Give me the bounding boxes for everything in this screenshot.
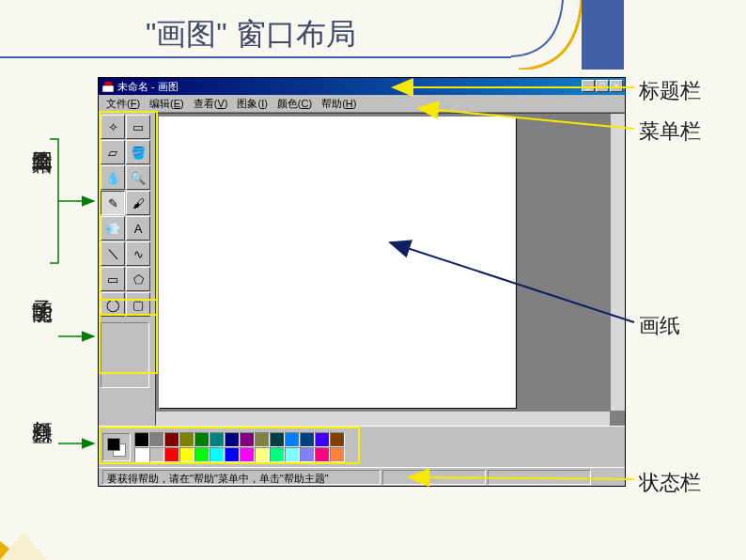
- canvas[interactable]: [159, 117, 516, 408]
- window-title: 未命名 - 画图: [117, 80, 179, 94]
- decoration-curve: [511, 0, 624, 70]
- titlebar[interactable]: 未命名 - 画图 _ □ ×: [99, 78, 625, 95]
- scrollbar-vertical[interactable]: [610, 114, 625, 411]
- label-canvas: 画纸: [639, 312, 680, 340]
- menu-e[interactable]: 编辑(E): [146, 96, 188, 112]
- slide-title: "画图" 窗口布局: [146, 14, 356, 55]
- app-icon: [101, 80, 115, 93]
- label-menubar: 菜单栏: [639, 117, 701, 146]
- statusbar: 要获得帮助，请在"帮助"菜单中，单击"帮助主题": [99, 467, 625, 486]
- scrollbar-horizontal[interactable]: [156, 411, 610, 426]
- menu-h[interactable]: 帮助(H): [318, 96, 360, 112]
- highlight-toolbox: [99, 111, 158, 316]
- svg-rect-2: [104, 82, 112, 86]
- menu-c[interactable]: 颜色(C): [273, 96, 316, 112]
- svg-rect-0: [582, 0, 624, 70]
- highlight-subarea: [99, 299, 158, 374]
- menubar: 文件(F)编辑(E)查看(V)图象(I)颜色(C)帮助(H): [99, 95, 625, 113]
- svg-rect-1: [102, 86, 114, 92]
- label-toolbox: 绘图工具箱: [28, 134, 56, 139]
- decoration-line: [0, 56, 511, 58]
- close-button[interactable]: ×: [610, 80, 623, 92]
- canvas-area: [155, 113, 625, 426]
- client-area: ✧▭▱🪣💧🔍✎🖌💨A＼∿▭⬠◯▢: [99, 113, 625, 426]
- menu-f[interactable]: 文件(F): [102, 96, 144, 112]
- label-subarea: 子功能区: [28, 284, 56, 288]
- svg-marker-10: [0, 532, 47, 560]
- status-size: [488, 470, 591, 485]
- label-palette: 颜料盒: [28, 404, 56, 407]
- status-coords: [382, 470, 486, 485]
- status-text: 要获得帮助，请在"帮助"菜单中，单击"帮助主题": [102, 470, 381, 485]
- corner-decoration: [0, 522, 56, 560]
- highlight-palette: [99, 427, 360, 464]
- paint-window: 未命名 - 画图 _ □ × 文件(F)编辑(E)查看(V)图象(I)颜色(C)…: [98, 77, 626, 487]
- label-statusbar: 状态栏: [639, 469, 701, 497]
- label-titlebar: 标题栏: [639, 77, 701, 105]
- menu-v[interactable]: 查看(V): [190, 96, 232, 112]
- window-buttons: _ □ ×: [582, 80, 623, 92]
- minimize-button[interactable]: _: [582, 80, 595, 92]
- maximize-button[interactable]: □: [596, 80, 609, 92]
- menu-i[interactable]: 图象(I): [233, 96, 271, 112]
